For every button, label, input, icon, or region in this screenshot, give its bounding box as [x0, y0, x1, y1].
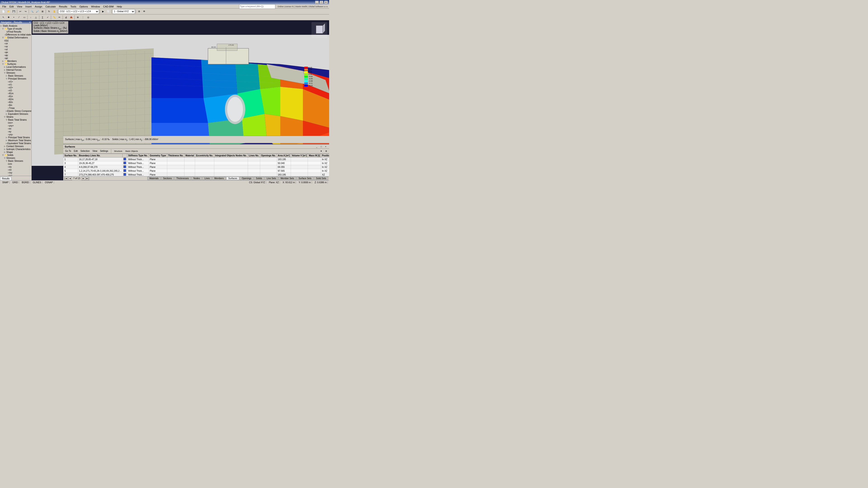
nav-uz[interactable]: ○ uz — [0, 48, 31, 51]
filter-button[interactable]: ▼ — [319, 149, 323, 153]
nav-surfaces[interactable]: ▽ 📁 Surfaces — [0, 63, 31, 66]
nav-gamxy[interactable]: ○γxy+ — [0, 124, 31, 127]
nav-elastic-stress[interactable]: ▷ Elastic Stress Components — [0, 109, 31, 112]
nav-basic-total-strains[interactable]: ▽ Basic Total Strains — [0, 119, 31, 121]
nav-internal-forces[interactable]: ▷ Internal Forces — [0, 68, 31, 71]
nav-gamxym[interactable]: ○γxy- — [0, 133, 31, 136]
nav-principal-stresses[interactable]: ▽ Principal Stresses — [0, 77, 31, 80]
save-button[interactable]: 💾 — [11, 9, 16, 14]
table-row[interactable]: 4 4-9,268,37-58,270 Without Thick... Pla… — [64, 165, 329, 169]
nav-principal-total[interactable]: ▷ Principal Total Strains — [0, 136, 31, 139]
settings-button[interactable]: ⚙ — [136, 9, 142, 14]
menu-tools[interactable]: Tools — [69, 5, 78, 8]
nav-theta2n[interactable]: ○θ2n — [0, 101, 31, 104]
menu-edit[interactable]: Edit — [8, 5, 15, 8]
next-page-button[interactable]: ► — [82, 177, 85, 180]
nav-tab-results[interactable]: Results — [0, 177, 11, 180]
zoom-fit-button[interactable]: ⊞ — [40, 9, 45, 14]
col-settings-button[interactable]: ⚙ — [324, 149, 328, 153]
undo-button[interactable]: ↩ — [18, 9, 23, 14]
tab-solid-sets[interactable]: Solid Sets — [314, 177, 328, 180]
pan-button[interactable]: ✋ — [52, 9, 57, 14]
basic-objects-button[interactable]: Basic Objects — [124, 149, 139, 153]
grid-button[interactable]: ⋮ — [81, 15, 86, 20]
menu-view[interactable]: View — [16, 5, 24, 8]
viewport[interactable]: 175.00 80.00 — [32, 20, 329, 180]
nav-isotropic[interactable]: ▷ Isotropic Characteristics — [0, 148, 31, 151]
results-close-button[interactable]: × — [324, 144, 328, 149]
tab-surface-sets[interactable]: Surface Sets — [297, 177, 313, 180]
nav-theta2m[interactable]: ○θ2m — [0, 98, 31, 101]
table-row[interactable]: 3 19-26,36-45,27 Without Thick... Plane … — [64, 161, 329, 165]
snap-button[interactable]: ⊕ — [75, 15, 80, 20]
menu-options[interactable]: Options — [78, 5, 89, 8]
orientation-cube[interactable]: X Y Z — [311, 22, 327, 38]
menu-cad-bim[interactable]: CAD-BIM — [102, 5, 115, 8]
select-button[interactable]: ↖ — [1, 15, 6, 20]
nav-ux[interactable]: ○ ux — [0, 42, 31, 45]
table-row[interactable]: 1 16,17,28,65-47,18 Without Thick... Pla… — [64, 158, 329, 161]
load-button[interactable]: ↓ — [28, 15, 33, 20]
rotate-button[interactable]: ↻ — [46, 9, 52, 14]
view-menu[interactable]: View — [92, 150, 98, 153]
print-button[interactable]: 🖨 — [64, 15, 68, 20]
support-button[interactable]: △ — [33, 15, 38, 20]
nav-theta1n[interactable]: ○θ1n — [0, 95, 31, 98]
first-page-button[interactable]: |◄ — [64, 177, 68, 180]
line-button[interactable]: ⁄ — [17, 15, 22, 20]
minimize-button[interactable]: _ — [315, 1, 319, 4]
view-combo[interactable]: 1 · Global XYZ — [112, 9, 135, 14]
nav-max-total[interactable]: ▷ Maximum Total Strains — [0, 139, 31, 142]
tab-surfaces[interactable]: Surfaces — [226, 177, 239, 180]
zoom-in-button[interactable]: 🔍 — [30, 9, 35, 14]
nav-strains[interactable]: ▽ Strains — [0, 116, 31, 119]
nav-u[interactable]: ⊙ [u] — [0, 39, 31, 42]
nav-phix[interactable]: ○ φx — [0, 51, 31, 54]
tab-member-sets[interactable]: Member Sets — [278, 177, 296, 180]
nav-contact-stresses[interactable]: ▷ Contact Stresses — [0, 145, 31, 148]
osnap-button[interactable]: ◎ — [86, 15, 91, 20]
results-minimize-button[interactable]: _ — [315, 144, 319, 149]
last-page-button[interactable]: ►| — [86, 177, 89, 180]
zoom-out-button[interactable]: 🔎 — [35, 9, 40, 14]
menu-insert[interactable]: Insert — [24, 5, 33, 8]
tab-solids[interactable]: Solids — [254, 177, 264, 180]
status-grid[interactable]: GRID — [11, 181, 19, 184]
nav-kappay[interactable]: ○κy — [0, 130, 31, 133]
surface-button[interactable]: ▭ — [22, 15, 27, 20]
nav-final-results[interactable]: ⊙ Final Results — [0, 30, 31, 33]
menu-file[interactable]: File — [1, 5, 8, 8]
tab-lines[interactable]: Lines — [202, 177, 212, 180]
nav-basic-stresses[interactable]: ▷ Basic Stresses — [0, 74, 31, 77]
table-row[interactable]: 5 1,2,14,271,70-65,28-3,166,69,262,265,2… — [64, 169, 329, 173]
redo-button[interactable]: ↪ — [23, 9, 28, 14]
nav-sigma2m[interactable]: ○σ2- — [0, 89, 31, 92]
nav-stresses[interactable]: ▽ Stresses — [0, 71, 31, 74]
nav-sigma2p[interactable]: ○σ2+ — [0, 86, 31, 89]
nav-equiv-stresses[interactable]: ▷ Equivalent Stresses — [0, 112, 31, 116]
search-input[interactable] — [239, 4, 275, 9]
tab-materials[interactable]: Materials — [147, 177, 161, 180]
tab-openings[interactable]: Openings — [240, 177, 253, 180]
prev-page-button[interactable]: ◄ — [68, 177, 72, 180]
tab-sections[interactable]: Sections — [161, 177, 174, 180]
nav-equiv-total[interactable]: ▷ Equivalent Total Strains — [0, 142, 31, 145]
nav-tauxy[interactable]: ○τxy — [0, 171, 31, 174]
combo-select[interactable]: CO2 · LC1 + LC2 + LC3 + LC4 — [58, 9, 99, 14]
measure-button[interactable]: 📏 — [52, 15, 57, 20]
node-button[interactable]: • — [11, 15, 16, 20]
annotate-button[interactable]: ✏ — [57, 15, 62, 20]
maximize-button[interactable]: □ — [320, 1, 323, 4]
status-snap[interactable]: SNAP — [1, 181, 9, 184]
tab-line-sets[interactable]: Line Sets — [265, 177, 278, 180]
nav-epsx[interactable]: ⊙εx+ — [0, 121, 31, 124]
nav-members[interactable]: ▷ 📁 Members — [0, 60, 31, 63]
tab-thicknesses[interactable]: Thicknesses — [174, 177, 191, 180]
nav-sigz[interactable]: ○σz — [0, 168, 31, 171]
goto-menu[interactable]: Go To — [64, 150, 72, 153]
status-glines[interactable]: GLINES — [32, 181, 42, 184]
table-row[interactable]: 7 273,274,388,403-397,470-459,275 Withou… — [64, 173, 329, 176]
nav-sigx[interactable]: ⊙σx — [0, 162, 31, 165]
nav-type-results[interactable]: ▽ 📁 Type of results — [0, 27, 31, 30]
edit-menu[interactable]: Edit — [73, 150, 79, 153]
